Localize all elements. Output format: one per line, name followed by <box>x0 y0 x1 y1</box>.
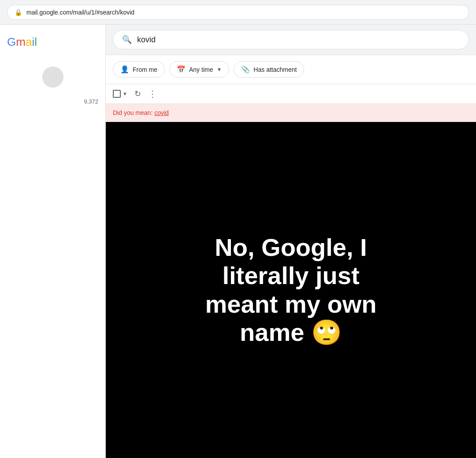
more-options-icon[interactable]: ⋮ <box>148 89 157 99</box>
did-you-mean-prefix: Did you mean: <box>113 109 154 116</box>
select-dropdown-arrow[interactable]: ▼ <box>123 91 127 96</box>
search-input[interactable]: kovid <box>137 35 156 44</box>
meme-section: No, Google, Iliterally justmeant my ownn… <box>106 122 476 458</box>
sidebar: Gmail 9,372 <box>0 25 106 458</box>
main-content: 🔍 kovid 👤 From me 📅 Any time ▼ 📎 Has att… <box>106 25 476 458</box>
search-bar-area: 🔍 kovid <box>106 25 476 55</box>
toolbar-row: ▼ ↻ ⋮ <box>106 84 476 104</box>
url-text: mail.google.com/mail/u/1/#search/kovid <box>26 9 134 16</box>
has-attachment-label: Has attachment <box>253 66 297 73</box>
address-bar[interactable]: 🔒 mail.google.com/mail/u/1/#search/kovid <box>7 5 469 20</box>
from-me-label: From me <box>133 66 157 73</box>
chevron-down-icon: ▼ <box>216 66 222 73</box>
avatar <box>42 66 63 88</box>
browser-chrome: 🔒 mail.google.com/mail/u/1/#search/kovid <box>0 0 476 25</box>
suggested-word-link[interactable]: covid <box>154 109 169 116</box>
has-attachment-chip[interactable]: 📎 Has attachment <box>234 61 304 78</box>
lock-icon: 🔒 <box>15 9 22 16</box>
refresh-icon[interactable]: ↻ <box>134 89 141 99</box>
result-count: 9,372 <box>0 95 105 108</box>
from-me-chip[interactable]: 👤 From me <box>113 61 165 78</box>
did-you-mean-bar: Did you mean: covid <box>106 104 476 122</box>
select-all-wrapper: ▼ <box>113 90 127 98</box>
search-box[interactable]: 🔍 kovid <box>113 30 469 49</box>
meme-text: No, Google, Iliterally justmeant my ownn… <box>197 225 386 356</box>
calendar-icon: 📅 <box>177 65 186 74</box>
paperclip-icon: 📎 <box>241 65 250 74</box>
any-time-chip[interactable]: 📅 Any time ▼ <box>169 61 229 78</box>
gmail-logo: Gmail <box>0 32 105 59</box>
gmail-layout: Gmail 9,372 🔍 kovid 👤 From me 📅 Any time… <box>0 25 476 458</box>
person-icon: 👤 <box>120 65 129 74</box>
filter-row: 👤 From me 📅 Any time ▼ 📎 Has attachment <box>106 55 476 84</box>
search-icon: 🔍 <box>122 35 132 44</box>
meme-line1: No, Google, Iliterally justmeant my ownn… <box>205 233 377 346</box>
any-time-label: Any time <box>189 66 213 73</box>
select-all-checkbox[interactable] <box>113 90 121 98</box>
